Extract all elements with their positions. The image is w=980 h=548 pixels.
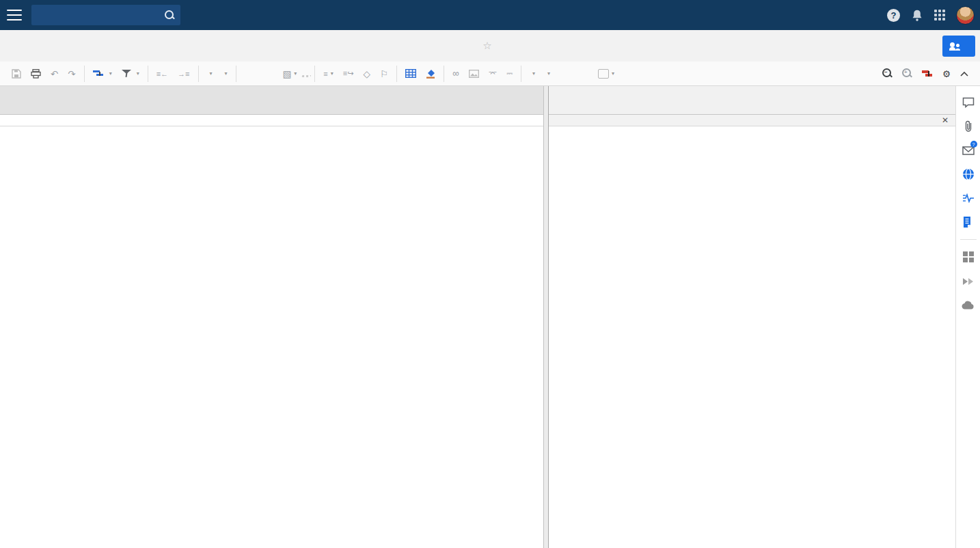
gantt-chart — [549, 126, 955, 548]
panel-grid-icon[interactable] — [962, 250, 975, 264]
account-avatar[interactable] — [956, 6, 975, 25]
fill-color-button[interactable]: ▧▾ — [278, 66, 302, 82]
activity-log-icon[interactable] — [962, 191, 975, 205]
align-button[interactable]: ≡▾ — [318, 67, 338, 81]
link-button[interactable]: ∞ — [448, 66, 464, 81]
search-box[interactable] — [31, 5, 180, 25]
column-headers — [0, 86, 543, 115]
font-family-select[interactable]: ▾ — [202, 68, 217, 79]
save-button[interactable] — [7, 66, 26, 81]
print-button[interactable] — [26, 66, 46, 81]
menu-bar: ☆ — [0, 30, 980, 61]
settings-gear-icon[interactable]: ⚙ — [938, 66, 955, 82]
eraser-button[interactable]: ◇ — [358, 66, 375, 82]
column-info-row — [0, 115, 543, 126]
comma-format-button[interactable] — [564, 71, 574, 77]
indent-button[interactable]: →≡ — [173, 67, 194, 81]
send-arrows-icon[interactable] — [962, 274, 975, 288]
filter-selector[interactable]: ▾ — [117, 66, 144, 81]
attachments-icon[interactable] — [962, 120, 975, 133]
share-button[interactable] — [942, 36, 975, 57]
menu-forms[interactable] — [46, 43, 49, 49]
bold-button[interactable] — [240, 71, 249, 77]
decrease-decimal-button[interactable] — [574, 71, 584, 77]
help-icon[interactable]: ? — [887, 9, 900, 22]
toolbar: ↶ ↷ ▾ ▾ ≡← →≡ ▾ ▾ ▧▾ ≡▾ ≡↪ ◇ ⚐ ∞ ⌤ ⎓ ▾ ▾ — [0, 61, 980, 86]
collapse-toolbar-button[interactable] — [955, 68, 973, 79]
font-size-select[interactable]: ▾ — [217, 68, 232, 79]
highlight-button[interactable] — [421, 66, 440, 81]
app-launcher-icon[interactable] — [934, 10, 945, 20]
menu-automation[interactable] — [26, 43, 29, 49]
top-bar: ? — [0, 0, 980, 30]
format-painter-button[interactable]: ⚐ — [375, 66, 393, 82]
sheet-area: ✕ ? — [0, 86, 980, 548]
strikethrough-button[interactable] — [269, 71, 278, 77]
insert-column-button[interactable]: ⎓ — [502, 66, 517, 81]
zoom-in-button[interactable]: + — [897, 66, 917, 81]
cloud-icon[interactable] — [962, 298, 975, 312]
gantt-info-row: ✕ — [549, 115, 955, 126]
people-icon — [949, 42, 961, 51]
redo-button[interactable]: ↷ — [63, 66, 80, 82]
date-format-button[interactable]: ▾ — [593, 66, 619, 81]
favorite-star-icon[interactable]: ☆ — [482, 40, 491, 52]
outdent-button[interactable]: ≡← — [152, 67, 173, 81]
image-button[interactable] — [464, 67, 484, 81]
gantt-view-icon — [93, 70, 104, 78]
conversations-icon[interactable] — [962, 96, 975, 109]
search-icon[interactable] — [164, 10, 175, 20]
hamburger-menu-icon[interactable] — [7, 10, 22, 20]
gantt-pane: ✕ — [549, 86, 955, 548]
filter-icon — [122, 69, 131, 78]
sheet-summary-icon[interactable] — [962, 215, 975, 229]
italic-button[interactable] — [249, 71, 259, 77]
undo-button[interactable]: ↶ — [46, 66, 63, 82]
wrap-text-button[interactable]: ≡↪ — [338, 66, 359, 81]
gantt-timeline-header — [549, 86, 955, 115]
sum-button[interactable]: ▾ — [525, 68, 540, 79]
right-rail: ? — [955, 86, 980, 548]
borders-button[interactable] — [400, 66, 421, 81]
grid-pane — [0, 86, 543, 548]
notifications-bell-icon[interactable] — [911, 9, 923, 22]
increase-decimal-button[interactable] — [584, 71, 593, 77]
percent-format-button[interactable] — [555, 71, 564, 77]
text-color-button[interactable] — [301, 70, 311, 77]
publish-globe-icon[interactable] — [962, 167, 975, 181]
update-requests-icon[interactable]: ? — [962, 143, 975, 157]
currency-button[interactable]: ▾ — [540, 68, 555, 79]
search-input[interactable] — [37, 10, 164, 20]
smartsheet-app: ? ☆ ↶ ↷ ▾ ▾ ≡← →≡ ▾ ▾ — [0, 0, 980, 548]
zoom-out-button[interactable]: − — [877, 66, 897, 81]
calendar-icon — [598, 69, 609, 79]
critical-path-button[interactable] — [917, 67, 938, 81]
view-selector[interactable]: ▾ — [88, 67, 117, 81]
menu-file[interactable] — [5, 43, 8, 49]
underline-button[interactable] — [259, 71, 269, 77]
grid-gantt-splitter[interactable] — [543, 86, 549, 548]
close-info-row-icon[interactable]: ✕ — [942, 115, 949, 125]
grid-rows — [0, 126, 543, 548]
insert-row-button[interactable]: ⌤ — [484, 66, 502, 81]
